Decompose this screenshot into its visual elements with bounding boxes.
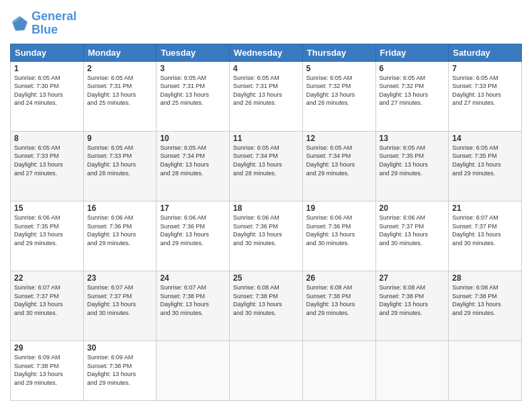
- table-row: 3Sunrise: 6:05 AM Sunset: 7:31 PM Daylig…: [157, 61, 230, 131]
- day-info: Sunrise: 6:05 AM Sunset: 7:33 PM Dayligh…: [14, 144, 80, 177]
- table-row: 27Sunrise: 6:08 AM Sunset: 7:38 PM Dayli…: [375, 271, 449, 341]
- day-info: Sunrise: 6:08 AM Sunset: 7:38 PM Dayligh…: [452, 283, 518, 317]
- logo: General Blue: [10, 10, 77, 37]
- table-row: 5Sunrise: 6:05 AM Sunset: 7:32 PM Daylig…: [302, 61, 375, 131]
- table-row: 4Sunrise: 6:05 AM Sunset: 7:31 PM Daylig…: [230, 61, 303, 131]
- table-row: [302, 341, 375, 401]
- page: General Blue Sunday Monday Tuesday Wedne…: [0, 0, 532, 411]
- table-row: 10Sunrise: 6:05 AM Sunset: 7:34 PM Dayli…: [157, 131, 230, 201]
- calendar-header-row: Sunday Monday Tuesday Wednesday Thursday…: [11, 44, 522, 61]
- day-info: Sunrise: 6:05 AM Sunset: 7:31 PM Dayligh…: [160, 74, 226, 107]
- day-info: Sunrise: 6:06 AM Sunset: 7:36 PM Dayligh…: [233, 214, 299, 247]
- day-number: 8: [14, 134, 80, 143]
- table-row: 15Sunrise: 6:06 AM Sunset: 7:35 PM Dayli…: [11, 201, 84, 271]
- day-number: 25: [233, 273, 299, 283]
- day-info: Sunrise: 6:06 AM Sunset: 7:36 PM Dayligh…: [306, 214, 372, 247]
- day-number: 21: [452, 203, 518, 213]
- table-row: 17Sunrise: 6:06 AM Sunset: 7:36 PM Dayli…: [157, 201, 230, 271]
- table-row: 25Sunrise: 6:08 AM Sunset: 7:38 PM Dayli…: [230, 271, 303, 341]
- day-info: Sunrise: 6:05 AM Sunset: 7:35 PM Dayligh…: [380, 144, 445, 177]
- table-row: 14Sunrise: 6:05 AM Sunset: 7:35 PM Dayli…: [449, 131, 522, 201]
- day-number: 20: [380, 203, 445, 213]
- table-row: 8Sunrise: 6:05 AM Sunset: 7:33 PM Daylig…: [11, 131, 84, 201]
- day-number: 3: [160, 64, 226, 73]
- logo-text: General Blue: [32, 10, 77, 37]
- day-info: Sunrise: 6:05 AM Sunset: 7:35 PM Dayligh…: [452, 144, 518, 177]
- day-number: 1: [14, 64, 80, 73]
- table-row: 24Sunrise: 6:07 AM Sunset: 7:38 PM Dayli…: [157, 271, 230, 341]
- table-row: 13Sunrise: 6:05 AM Sunset: 7:35 PM Dayli…: [375, 131, 449, 201]
- day-number: 26: [306, 273, 372, 283]
- header: General Blue: [10, 10, 522, 37]
- col-wednesday: Wednesday: [230, 44, 303, 61]
- day-info: Sunrise: 6:05 AM Sunset: 7:32 PM Dayligh…: [306, 74, 372, 107]
- day-number: 17: [160, 203, 226, 213]
- table-row: 6Sunrise: 6:05 AM Sunset: 7:32 PM Daylig…: [375, 61, 449, 131]
- table-row: [157, 341, 230, 401]
- table-row: 26Sunrise: 6:08 AM Sunset: 7:38 PM Dayli…: [302, 271, 375, 341]
- day-number: 10: [160, 134, 226, 143]
- day-number: 30: [87, 343, 153, 353]
- table-row: 7Sunrise: 6:05 AM Sunset: 7:33 PM Daylig…: [449, 61, 522, 131]
- table-row: 21Sunrise: 6:07 AM Sunset: 7:37 PM Dayli…: [449, 201, 522, 271]
- day-number: 13: [380, 134, 445, 143]
- day-number: 4: [233, 64, 299, 73]
- day-number: 23: [87, 273, 153, 283]
- day-info: Sunrise: 6:05 AM Sunset: 7:31 PM Dayligh…: [233, 74, 299, 107]
- day-number: 16: [87, 203, 153, 213]
- table-row: 2Sunrise: 6:05 AM Sunset: 7:31 PM Daylig…: [83, 61, 157, 131]
- day-number: 19: [306, 203, 372, 213]
- table-row: [230, 341, 303, 401]
- day-number: 18: [233, 203, 299, 213]
- day-info: Sunrise: 6:05 AM Sunset: 7:34 PM Dayligh…: [160, 144, 226, 177]
- table-row: 29Sunrise: 6:09 AM Sunset: 7:38 PM Dayli…: [11, 341, 84, 401]
- col-sunday: Sunday: [11, 44, 84, 61]
- day-number: 24: [160, 273, 226, 283]
- day-info: Sunrise: 6:05 AM Sunset: 7:31 PM Dayligh…: [87, 74, 153, 107]
- day-info: Sunrise: 6:06 AM Sunset: 7:37 PM Dayligh…: [380, 214, 445, 247]
- day-info: Sunrise: 6:06 AM Sunset: 7:36 PM Dayligh…: [160, 214, 226, 247]
- col-saturday: Saturday: [449, 44, 522, 61]
- day-info: Sunrise: 6:05 AM Sunset: 7:32 PM Dayligh…: [380, 74, 445, 107]
- day-number: 29: [14, 343, 80, 353]
- table-row: 9Sunrise: 6:05 AM Sunset: 7:33 PM Daylig…: [83, 131, 157, 201]
- table-row: 23Sunrise: 6:07 AM Sunset: 7:37 PM Dayli…: [83, 271, 157, 341]
- day-info: Sunrise: 6:07 AM Sunset: 7:37 PM Dayligh…: [14, 283, 80, 317]
- day-info: Sunrise: 6:09 AM Sunset: 7:38 PM Dayligh…: [14, 353, 80, 387]
- day-number: 27: [380, 273, 445, 283]
- day-info: Sunrise: 6:08 AM Sunset: 7:38 PM Dayligh…: [233, 283, 299, 317]
- table-row: 22Sunrise: 6:07 AM Sunset: 7:37 PM Dayli…: [11, 271, 84, 341]
- day-info: Sunrise: 6:05 AM Sunset: 7:34 PM Dayligh…: [306, 144, 372, 177]
- day-info: Sunrise: 6:05 AM Sunset: 7:30 PM Dayligh…: [14, 74, 80, 107]
- day-info: Sunrise: 6:06 AM Sunset: 7:36 PM Dayligh…: [87, 214, 153, 247]
- table-row: 20Sunrise: 6:06 AM Sunset: 7:37 PM Dayli…: [375, 201, 449, 271]
- day-number: 2: [87, 64, 153, 73]
- day-info: Sunrise: 6:07 AM Sunset: 7:37 PM Dayligh…: [452, 214, 518, 247]
- day-number: 9: [87, 134, 153, 143]
- table-row: 1Sunrise: 6:05 AM Sunset: 7:30 PM Daylig…: [11, 61, 84, 131]
- calendar: Sunday Monday Tuesday Wednesday Thursday…: [10, 44, 522, 401]
- col-tuesday: Tuesday: [157, 44, 230, 61]
- day-number: 6: [380, 64, 445, 73]
- table-row: 16Sunrise: 6:06 AM Sunset: 7:36 PM Dayli…: [83, 201, 157, 271]
- day-info: Sunrise: 6:08 AM Sunset: 7:38 PM Dayligh…: [380, 283, 445, 317]
- table-row: 19Sunrise: 6:06 AM Sunset: 7:36 PM Dayli…: [302, 201, 375, 271]
- table-row: 28Sunrise: 6:08 AM Sunset: 7:38 PM Dayli…: [449, 271, 522, 341]
- day-info: Sunrise: 6:07 AM Sunset: 7:37 PM Dayligh…: [87, 283, 153, 317]
- table-row: 30Sunrise: 6:09 AM Sunset: 7:38 PM Dayli…: [83, 341, 157, 401]
- col-thursday: Thursday: [302, 44, 375, 61]
- day-number: 28: [452, 273, 518, 283]
- day-info: Sunrise: 6:05 AM Sunset: 7:33 PM Dayligh…: [87, 144, 153, 177]
- day-number: 11: [233, 134, 299, 143]
- day-number: 14: [452, 134, 518, 143]
- day-number: 12: [306, 134, 372, 143]
- day-info: Sunrise: 6:05 AM Sunset: 7:34 PM Dayligh…: [233, 144, 299, 177]
- table-row: 12Sunrise: 6:05 AM Sunset: 7:34 PM Dayli…: [302, 131, 375, 201]
- day-number: 22: [14, 273, 80, 283]
- day-info: Sunrise: 6:06 AM Sunset: 7:35 PM Dayligh…: [14, 214, 80, 247]
- table-row: 11Sunrise: 6:05 AM Sunset: 7:34 PM Dayli…: [230, 131, 303, 201]
- day-number: 5: [306, 64, 372, 73]
- col-friday: Friday: [375, 44, 449, 61]
- day-info: Sunrise: 6:09 AM Sunset: 7:38 PM Dayligh…: [87, 353, 153, 387]
- logo-icon: [10, 14, 29, 33]
